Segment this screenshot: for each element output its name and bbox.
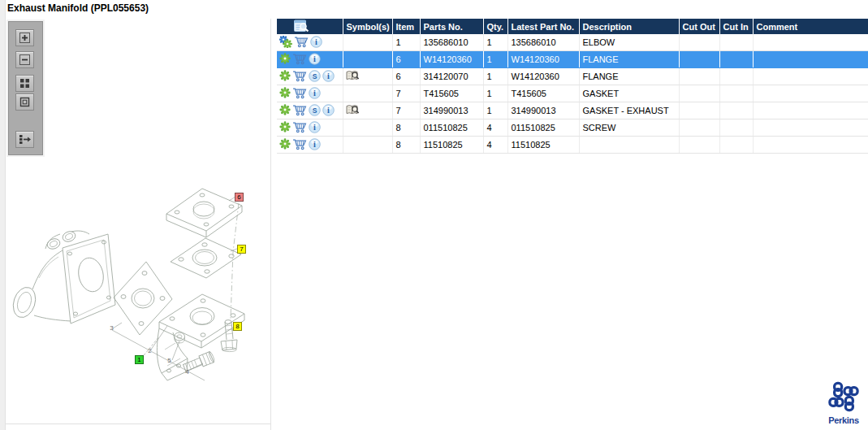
info-icon[interactable]: i [309,121,321,135]
cart-icon[interactable] [292,138,307,152]
cart-icon[interactable] [292,87,307,101]
cell-cut-out [679,51,719,68]
cart-icon[interactable] [292,121,307,135]
cell-item: 7 [392,85,420,102]
exploded-diagram[interactable] [0,163,276,430]
gear-icon[interactable] [279,70,291,83]
cell-latest-part-no: 11510825 [507,137,579,154]
info-icon[interactable]: i [309,87,321,101]
cell-cut-in [719,119,753,137]
zoom-in-button[interactable] [15,29,34,46]
cart-icon[interactable] [292,104,307,118]
col-header-qty[interactable]: Qty. [483,19,507,34]
table-row[interactable]: i6W141203601W14120360FLANGE [277,51,868,68]
info-icon[interactable]: i [310,36,322,50]
book-symbol-icon[interactable] [346,104,360,117]
col-header-symbols[interactable]: Symbol(s) [343,19,392,34]
cell-symbols [343,68,392,85]
cell-qty: 4 [483,119,507,137]
info-icon[interactable]: i [322,104,335,118]
cell-symbols [343,85,392,102]
cell-actions: i [277,51,343,68]
cell-cut-out [679,68,719,85]
table-row[interactable]: i80115108254011510825SCREW [277,119,868,137]
cell-latest-part-no: 011510825 [507,119,579,137]
table-row[interactable]: Si73149900131314990013GASKET - EXHAUST [277,102,868,119]
cell-cut-in [719,102,753,119]
s-icon[interactable]: S [309,104,321,118]
gear-icon[interactable] [279,138,291,151]
parts-table: Symbol(s)ItemParts No.Qty.Latest Part No… [277,19,868,154]
info-icon[interactable]: i [309,53,321,67]
cell-description: GASKET [579,85,679,102]
callout-item-1[interactable]: 1 [135,355,144,364]
cart-icon[interactable] [294,36,309,50]
cell-qty: 1 [483,68,507,85]
actual-size-button[interactable] [15,93,34,111]
table-row[interactable]: i7T4156051T415605GASKET [277,85,868,102]
callout-item-7[interactable]: 7 [237,245,246,254]
cell-item: 6 [392,51,420,68]
cell-parts-no: 011510825 [420,119,483,137]
svg-text:i: i [313,54,316,63]
cell-qty: 1 [483,102,507,119]
col-header-latest_part_no[interactable]: Latest Part No. [507,19,579,34]
svg-text:S: S [313,106,317,115]
book-symbol-icon[interactable] [346,70,360,83]
svg-text:i: i [313,140,316,149]
cart-icon[interactable] [292,70,307,84]
cell-qty: 1 [483,85,507,102]
cell-qty: 4 [483,137,507,154]
col-header-item[interactable]: Item [392,19,420,34]
gear-icon[interactable] [279,53,291,66]
table-row[interactable]: i811510825411510825 [277,137,868,154]
callout-item-8[interactable]: 8 [233,322,242,331]
cart-icon[interactable] [292,53,307,67]
col-header-description[interactable]: Description [579,19,679,34]
col-header-cut_out[interactable]: Cut Out [679,19,719,34]
cell-symbols [343,51,392,68]
zoom-out-button[interactable] [15,51,34,68]
perkins-wordmark: Perkins [824,415,863,425]
cell-description [579,137,679,154]
cell-cut-in [719,34,753,51]
s-icon[interactable]: S [309,70,321,84]
cell-actions: Si [277,68,343,85]
cell-symbols [343,137,392,154]
perkins-logo: Perkins [824,381,863,425]
square-icon [19,97,30,107]
cell-comment [753,137,868,154]
col-header-cut_in[interactable]: Cut In [719,19,753,34]
info-icon[interactable]: i [309,138,321,152]
gear-icon[interactable] [279,87,291,100]
info-icon[interactable]: i [322,70,335,84]
cell-parts-no: 135686010 [420,34,483,51]
table-row[interactable]: i11356860101135686010ELBOW [277,34,868,51]
toggle-parts-list-button[interactable] [15,131,34,148]
cell-comment [753,119,868,137]
cell-cut-in [719,137,753,154]
cell-comment [753,34,868,51]
cell-actions: i [277,119,343,137]
table-row[interactable]: Si63141200701W14120360FLANGE [277,68,868,85]
gear-icon[interactable] [279,121,291,134]
minus-icon [19,54,31,66]
dual-gear-icon[interactable] [279,36,292,50]
callout-item-6[interactable]: 6 [235,193,244,202]
col-header-comment[interactable]: Comment [753,19,868,34]
cell-symbols [343,34,392,51]
cell-cut-out [679,85,719,102]
cell-cut-out [679,34,719,51]
cell-actions: Si [277,102,343,119]
cell-parts-no: W14120360 [420,51,483,68]
cell-parts-no: T415605 [420,85,483,102]
cell-cut-out [679,102,719,119]
parts-table-region: Symbol(s)ItemParts No.Qty.Latest Part No… [277,19,868,154]
fit-view-button[interactable] [15,75,34,92]
cell-comment [753,68,868,85]
page-title: Exhaust Manifold (PPL055653) [7,2,149,17]
cell-cut-out [679,119,719,137]
col-header-parts_no[interactable]: Parts No. [420,19,483,34]
gear-icon[interactable] [279,104,291,117]
col-header-actions[interactable] [277,19,343,34]
